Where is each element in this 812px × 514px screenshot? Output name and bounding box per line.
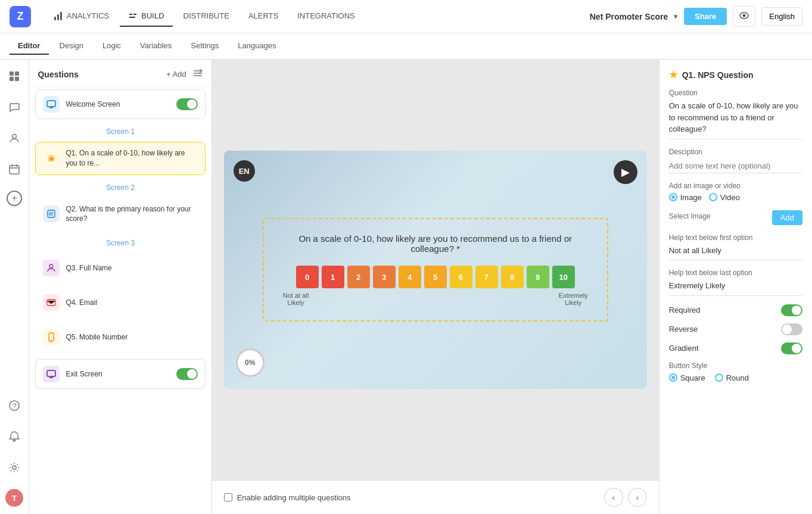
list-item-q5[interactable]: Q5. Mobile Number xyxy=(35,322,205,352)
required-row: Required xyxy=(669,304,802,316)
sidebar-icon-calendar[interactable] xyxy=(5,160,24,179)
reorder-icon xyxy=(192,68,203,79)
nps-option-7[interactable]: 7 xyxy=(475,266,498,288)
svg-rect-14 xyxy=(47,101,55,107)
square-radio[interactable]: Square xyxy=(669,373,705,382)
props-title: ★ Q1. NPS Question xyxy=(669,69,802,80)
tab-variables[interactable]: Variables xyxy=(132,38,180,55)
button-style-row: Button Style Square Round xyxy=(669,362,802,382)
canvas-inner: EN ▶ On a scale of 0-10, how likely are … xyxy=(212,60,659,480)
list-item-welcome[interactable]: Welcome Screen xyxy=(35,89,205,119)
preview-button[interactable] xyxy=(733,6,755,27)
add-widget-button[interactable]: + xyxy=(7,191,22,206)
svg-point-9 xyxy=(13,135,17,139)
sidebar-icon-settings[interactable] xyxy=(5,458,24,477)
list-item-q1[interactable]: ★ Q1. On a scale of 0-10, how likely are… xyxy=(35,142,205,175)
q4-label: Q4. Email xyxy=(66,298,197,308)
description-input[interactable] xyxy=(669,159,802,173)
next-arrow[interactable]: › xyxy=(628,488,647,507)
nav-alerts[interactable]: ALERTS xyxy=(240,7,287,27)
language-button[interactable]: English xyxy=(761,7,802,26)
exit-toggle[interactable] xyxy=(176,368,198,380)
tab-logic[interactable]: Logic xyxy=(94,38,129,55)
nps-option-10[interactable]: 10 xyxy=(552,266,575,288)
sidebar-icon-chat[interactable] xyxy=(5,98,24,117)
add-question-button[interactable]: + Add xyxy=(166,70,186,79)
second-bar: Editor Design Logic Variables Settings L… xyxy=(0,33,812,60)
grid-icon xyxy=(8,70,20,82)
build-icon xyxy=(128,11,138,21)
add-image-button[interactable]: Add xyxy=(772,210,802,225)
survey-title: Net Promoter Score xyxy=(590,12,668,21)
list-item-q3[interactable]: Q3. Full Name xyxy=(35,253,205,283)
sidebar-icon-help[interactable]: ? xyxy=(5,396,24,415)
not-at-all-label: Not at allLikely xyxy=(283,292,309,306)
q2-label: Q2. What is the primary reason for your … xyxy=(66,204,197,225)
gradient-toggle[interactable] xyxy=(781,342,802,354)
nps-option-8[interactable]: 8 xyxy=(501,266,524,288)
reverse-toggle[interactable] xyxy=(781,323,802,335)
nps-options-container: 012345678910 xyxy=(283,266,588,288)
next-button[interactable]: ▶ xyxy=(614,160,637,184)
tab-editor[interactable]: Editor xyxy=(10,38,49,55)
nps-option-2[interactable]: 2 xyxy=(347,266,370,288)
description-field: Desciption xyxy=(669,148,802,173)
round-radio[interactable]: Round xyxy=(715,373,749,382)
sidebar-icon-user[interactable] xyxy=(5,129,24,148)
video-radio[interactable]: Video xyxy=(709,193,740,202)
prev-arrow[interactable]: ‹ xyxy=(604,488,623,507)
nav-analytics[interactable]: ANALYTICS xyxy=(45,7,117,27)
enable-multiple-checkbox[interactable]: Enable adding multiple questions xyxy=(224,493,351,502)
screen-2-label: Screen 2 xyxy=(29,177,211,195)
list-item-q2[interactable]: Q2. What is the primary reason for your … xyxy=(35,198,205,231)
nps-option-1[interactable]: 1 xyxy=(322,266,344,288)
props-panel: ★ Q1. NPS Question Question On a scale o… xyxy=(659,60,812,514)
nps-labels: Not at allLikely ExtremelyLikely xyxy=(283,292,588,306)
share-button[interactable]: Share xyxy=(684,8,727,25)
question-field: Question On a scale of 0-10, how likely … xyxy=(669,89,802,139)
nps-option-9[interactable]: 9 xyxy=(527,266,549,288)
text-question-icon xyxy=(46,209,56,219)
gradient-row: Gradient xyxy=(669,342,802,354)
list-item-exit[interactable]: Exit Screen xyxy=(35,359,205,389)
svg-point-4 xyxy=(743,14,746,17)
nps-option-5[interactable]: 5 xyxy=(424,266,447,288)
progress-circle: 0% xyxy=(236,348,265,377)
required-toggle[interactable] xyxy=(781,304,802,316)
svg-text:★: ★ xyxy=(49,155,54,162)
star-icon: ★ xyxy=(669,69,677,80)
nps-option-3[interactable]: 3 xyxy=(373,266,396,288)
sidebar-icon-bell[interactable] xyxy=(5,427,24,446)
image-radio[interactable]: Image xyxy=(669,193,702,202)
reverse-row: Reverse xyxy=(669,323,802,335)
settings-icon xyxy=(8,462,20,473)
q5-label: Q5. Mobile Number xyxy=(66,332,197,342)
list-item-q4[interactable]: Q4. Email xyxy=(35,288,205,317)
reorder-button[interactable] xyxy=(192,68,203,80)
svg-rect-5 xyxy=(10,71,14,76)
nav-build[interactable]: BUILD xyxy=(120,7,172,27)
welcome-toggle[interactable] xyxy=(176,98,198,110)
sidebar-icon-grid[interactable] xyxy=(5,67,24,86)
questions-panel: Questions + Add Welcome Screen Screen 1 … xyxy=(29,60,211,514)
nps-option-0[interactable]: 0 xyxy=(296,266,319,288)
nav-integrations[interactable]: INTEGRATIONS xyxy=(289,7,363,27)
svg-point-21 xyxy=(51,339,52,341)
nps-option-4[interactable]: 4 xyxy=(399,266,421,288)
avatar[interactable]: T xyxy=(5,489,23,507)
enable-multiple-input[interactable] xyxy=(224,493,232,501)
screen-3-label: Screen 3 xyxy=(29,233,211,251)
questions-title: Questions xyxy=(38,70,78,79)
canvas-bottom: Enable adding multiple questions ‹ › xyxy=(212,480,659,514)
welcome-screen-label: Welcome Screen xyxy=(66,99,170,110)
tab-languages[interactable]: Languages xyxy=(229,38,284,55)
tab-design[interactable]: Design xyxy=(51,38,92,55)
icon-sidebar: + ? T xyxy=(0,60,29,514)
nps-option-6[interactable]: 6 xyxy=(450,266,472,288)
svg-point-13 xyxy=(13,466,16,469)
mobile-icon xyxy=(43,329,60,345)
tab-settings[interactable]: Settings xyxy=(182,38,227,55)
svg-text:?: ? xyxy=(13,401,17,410)
nav-distribute[interactable]: DISTRIBUTE xyxy=(175,7,238,27)
square-radio-dot xyxy=(669,373,677,382)
